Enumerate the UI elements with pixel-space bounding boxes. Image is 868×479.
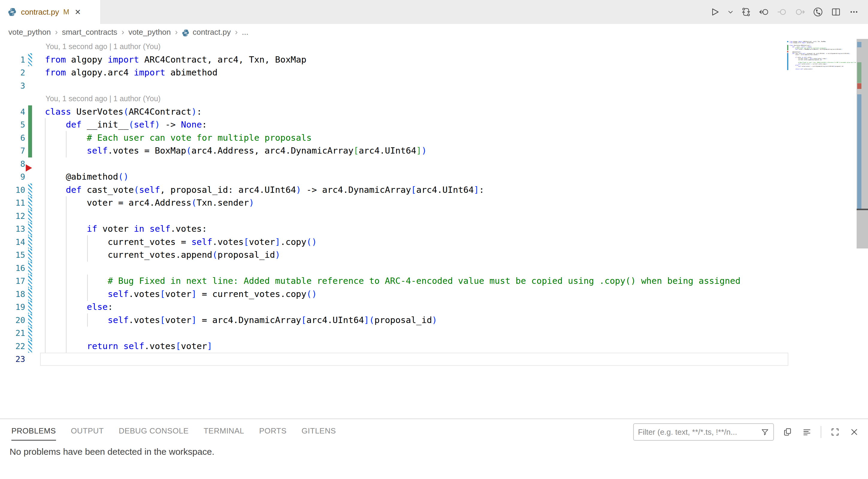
code-editor[interactable]: You, 1 second ago | 1 author (You)1from … xyxy=(0,40,868,418)
close-tab-icon[interactable]: ✕ xyxy=(74,8,81,17)
code-line[interactable]: 22 return self.votes[voter] xyxy=(0,340,868,353)
collapse-all-icon[interactable] xyxy=(802,426,812,437)
gutter-added-mark[interactable] xyxy=(28,131,32,145)
line-number[interactable]: 19 xyxy=(0,300,25,314)
line-number[interactable]: 21 xyxy=(0,327,25,340)
line-number[interactable]: 17 xyxy=(0,275,25,288)
panel-tab-debug-console[interactable]: DEBUG CONSOLE xyxy=(119,426,188,441)
next-change-icon[interactable] xyxy=(793,5,807,19)
code-line[interactable]: 18 self.votes[voter] = current_votes.cop… xyxy=(0,288,868,301)
line-number[interactable]: 4 xyxy=(0,105,25,119)
gutter-modified-mark[interactable] xyxy=(28,196,32,210)
line-number[interactable]: 18 xyxy=(0,288,25,301)
line-number[interactable]: 12 xyxy=(0,210,25,223)
code-line[interactable]: 10 def cast_vote(self, proposal_id: arc4… xyxy=(0,184,868,197)
view-as-table-icon[interactable] xyxy=(782,426,793,437)
close-panel-icon[interactable] xyxy=(849,426,860,437)
run-python-file-icon[interactable] xyxy=(708,5,722,19)
code-line[interactable]: 20 self.votes[voter] = arc4.DynamicArray… xyxy=(0,314,868,327)
code-line[interactable]: 21 xyxy=(0,327,868,340)
line-number[interactable]: 3 xyxy=(0,79,25,93)
gutter-modified-mark[interactable] xyxy=(28,262,32,275)
line-number[interactable]: 8 xyxy=(0,157,25,171)
line-number[interactable]: 14 xyxy=(0,235,25,249)
deleted-lines-marker-icon[interactable] xyxy=(26,164,32,171)
code-line[interactable]: 2from algopy.arc4 import abimethod xyxy=(0,66,868,79)
open-changes-icon[interactable] xyxy=(739,5,753,19)
panel-tab-ports[interactable]: PORTS xyxy=(259,426,287,441)
breadcrumb-item[interactable]: contract.py xyxy=(193,28,230,37)
line-number[interactable]: 2 xyxy=(0,66,25,79)
line-number[interactable]: 11 xyxy=(0,196,25,210)
gutter-modified-mark[interactable] xyxy=(28,300,32,314)
line-number[interactable]: 20 xyxy=(0,314,25,327)
gutter-modified-mark[interactable] xyxy=(28,184,32,197)
code-line[interactable]: 1from algopy import ARC4Contract, arc4, … xyxy=(0,53,868,66)
code-line[interactable]: 11 voter = arc4.Address(Txn.sender) xyxy=(0,196,868,210)
line-number[interactable]: 7 xyxy=(0,144,25,157)
code-line[interactable]: 19 else: xyxy=(0,300,868,314)
gutter-modified-mark[interactable] xyxy=(28,288,32,301)
blame-codelens[interactable]: You, 1 second ago | 1 author (You) xyxy=(0,40,868,53)
breadcrumb-item[interactable]: smart_contracts xyxy=(62,28,117,37)
gutter-added-mark[interactable] xyxy=(28,144,32,157)
line-number[interactable]: 9 xyxy=(0,170,25,184)
breadcrumb-item[interactable]: vote_python xyxy=(128,28,171,37)
gutter-modified-mark[interactable] xyxy=(28,327,32,340)
code-line[interactable]: 17 # Bug Fixed in next line: Added mutab… xyxy=(0,275,868,288)
run-dropdown-chevron-icon[interactable] xyxy=(726,5,735,19)
gutter-modified-mark[interactable] xyxy=(28,275,32,288)
code-line[interactable]: 4class UserVotes(ARC4Contract): xyxy=(0,105,868,119)
maximize-panel-icon[interactable] xyxy=(830,426,840,437)
code-line[interactable]: 12 xyxy=(0,210,868,223)
panel-tab-gitlens[interactable]: GITLENS xyxy=(302,426,336,441)
code-line[interactable]: 8 xyxy=(0,157,868,171)
python-file-icon xyxy=(8,7,17,17)
code-line[interactable]: 14 current_votes = self.votes[voter].cop… xyxy=(0,235,868,249)
go-back-icon[interactable] xyxy=(757,5,771,19)
line-number[interactable]: 1 xyxy=(0,53,25,66)
code-line[interactable]: 5 def __init__(self) -> None: xyxy=(0,118,868,131)
gutter-modified-mark[interactable] xyxy=(28,249,32,262)
gutter-modified-mark[interactable] xyxy=(28,340,32,353)
breadcrumb-item[interactable]: ... xyxy=(242,28,248,37)
panel-tab-output[interactable]: OUTPUT xyxy=(71,426,104,441)
code-line[interactable]: 6 # Each user can vote for multiple prop… xyxy=(0,131,868,145)
blame-codelens[interactable]: You, 1 second ago | 1 author (You) xyxy=(0,92,868,105)
code-line[interactable]: 7 self.votes = BoxMap(arc4.Address, arc4… xyxy=(0,144,868,157)
code-line[interactable]: 9 @abimethod() xyxy=(0,170,868,184)
code-line[interactable]: 16 xyxy=(0,262,868,275)
line-number[interactable]: 23 xyxy=(0,353,25,366)
gutter-added-mark[interactable] xyxy=(28,105,32,119)
gutter-modified-mark[interactable] xyxy=(28,222,32,235)
breadcrumb-item[interactable]: vote_python xyxy=(8,28,51,37)
panel-tab-terminal[interactable]: TERMINAL xyxy=(204,426,244,441)
gutter-modified-mark[interactable] xyxy=(28,210,32,223)
gutter-added-mark[interactable] xyxy=(28,118,32,131)
minimap[interactable]: from algopy import ARC4Contract, arc4, T… xyxy=(785,41,857,77)
more-actions-icon[interactable] xyxy=(847,5,861,19)
tab-label: contract.py xyxy=(21,7,59,17)
split-editor-icon[interactable] xyxy=(829,5,843,19)
problems-filter-input[interactable]: Filter (e.g. text, **/*.ts, !**/n... xyxy=(633,423,774,441)
commit-graph-icon[interactable] xyxy=(811,5,825,19)
line-number[interactable]: 5 xyxy=(0,118,25,131)
line-number[interactable]: 10 xyxy=(0,184,25,197)
line-number[interactable]: 16 xyxy=(0,262,25,275)
gutter-modified-mark[interactable] xyxy=(28,314,32,327)
code-line[interactable]: 15 current_votes.append(proposal_id) xyxy=(0,249,868,262)
gutter-modified-mark[interactable] xyxy=(28,53,32,66)
line-number[interactable]: 13 xyxy=(0,222,25,235)
code-line[interactable]: 3 xyxy=(0,79,868,93)
line-number[interactable]: 22 xyxy=(0,340,25,353)
breadcrumb-separator: › xyxy=(122,28,124,37)
minimap-line xyxy=(785,70,857,71)
line-number[interactable]: 6 xyxy=(0,131,25,145)
panel-tab-problems[interactable]: PROBLEMS xyxy=(11,426,56,441)
line-number[interactable]: 15 xyxy=(0,249,25,262)
scrollbar-track[interactable] xyxy=(857,210,868,249)
code-line[interactable]: 13 if voter in self.votes: xyxy=(0,222,868,235)
tab-contract-py[interactable]: contract.py M ✕ xyxy=(0,0,101,24)
gutter-modified-mark[interactable] xyxy=(28,235,32,249)
previous-change-icon[interactable] xyxy=(775,5,789,19)
